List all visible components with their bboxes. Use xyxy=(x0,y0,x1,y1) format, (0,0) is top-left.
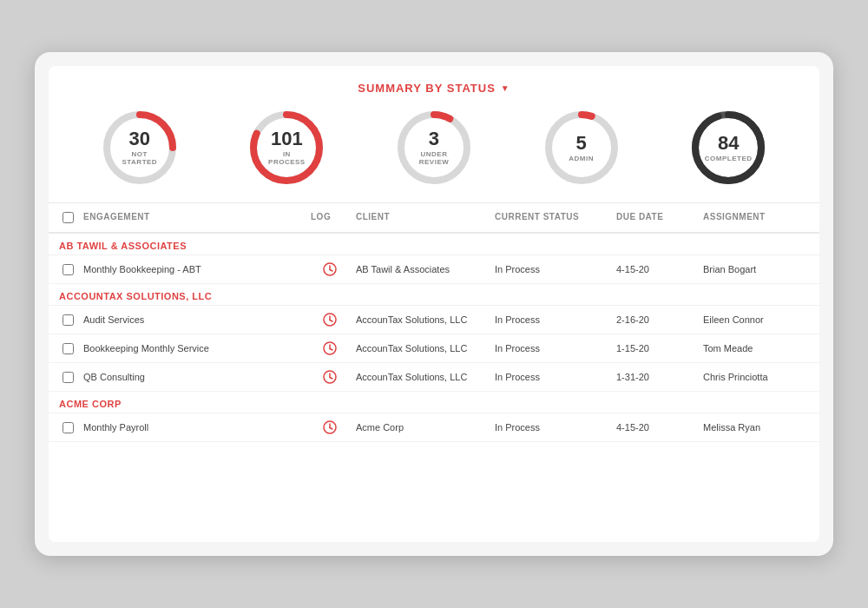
row-assignment: Chris Princiotta xyxy=(700,365,812,389)
clock-icon xyxy=(323,262,337,276)
gauge-wrap-under-review: 3 UNDERREVIEW xyxy=(395,109,473,187)
row-due-date: 2-16-20 xyxy=(613,307,700,332)
gauge-center-admin: 5 ADMIN xyxy=(569,134,594,162)
gauge-number-admin: 5 xyxy=(575,134,586,153)
row-log[interactable] xyxy=(307,306,352,334)
row-engagement: Bookkeeping Monthly Service xyxy=(80,336,307,360)
group-label: AB TAWIL & ASSOCIATES xyxy=(56,234,812,254)
th-client: CLIENT xyxy=(352,203,491,232)
gauge-wrap-in-process: 101 IN PROCESS xyxy=(247,109,326,187)
row-due-date: 1-15-20 xyxy=(613,336,700,360)
svg-line-15 xyxy=(330,321,332,322)
device-frame: SUMMARY BY STATUS ▼ 30 NOTSTARTED xyxy=(35,52,833,556)
gauge-number-in-process: 101 xyxy=(271,129,303,149)
th-log: LOG xyxy=(307,203,352,232)
row-client: AccounTax Solutions, LLC xyxy=(352,307,491,332)
row-log[interactable] xyxy=(307,363,352,391)
row-select-checkbox[interactable] xyxy=(62,343,74,354)
gauge-label-in-process: IN PROCESS xyxy=(267,150,306,166)
row-checkbox[interactable] xyxy=(56,257,80,282)
clock-icon xyxy=(323,341,337,355)
select-all-checkbox[interactable] xyxy=(62,212,74,223)
gauge-label-admin: ADMIN xyxy=(569,155,594,162)
table-row: QB Consulting AccounTax Solutions, LLC I… xyxy=(49,363,819,392)
clock-icon xyxy=(323,313,337,327)
row-client: AB Tawil & Associates xyxy=(352,257,491,281)
th-due-date: DUE DATE xyxy=(613,203,700,232)
svg-line-21 xyxy=(330,378,332,380)
row-assignment: Eileen Connor xyxy=(700,307,812,332)
row-client: AccounTax Solutions, LLC xyxy=(352,365,491,389)
gauge-label-not-started: NOTSTARTED xyxy=(122,150,157,166)
gauge-completed: 84 COMPLETED xyxy=(689,109,767,187)
gauge-not-started: 30 NOTSTARTED xyxy=(101,109,179,187)
table-row: Monthly Bookkeeping - ABT AB Tawil & Ass… xyxy=(49,255,819,284)
table-body: AB TAWIL & ASSOCIATES Monthly Bookkeepin… xyxy=(49,234,819,442)
gauges-row: 30 NOTSTARTED 101 IN PROCESS xyxy=(66,109,802,194)
row-checkbox[interactable] xyxy=(56,307,80,333)
row-due-date: 4-15-20 xyxy=(613,415,700,439)
row-checkbox[interactable] xyxy=(56,336,80,361)
gauge-wrap-admin: 5 ADMIN xyxy=(542,109,621,187)
main-card: SUMMARY BY STATUS ▼ 30 NOTSTARTED xyxy=(49,66,819,542)
row-engagement: Monthly Payroll xyxy=(80,415,307,439)
gauge-label-under-review: UNDERREVIEW xyxy=(419,150,450,166)
th-status: CURRENT STATUS xyxy=(491,203,613,232)
row-status: In Process xyxy=(491,365,613,389)
summary-section: SUMMARY BY STATUS ▼ 30 NOTSTARTED xyxy=(49,66,819,203)
table-header: ENGAGEMENT LOG CLIENT CURRENT STATUS DUE… xyxy=(49,203,819,234)
row-due-date: 1-31-20 xyxy=(613,365,700,389)
gauge-center-in-process: 101 IN PROCESS xyxy=(267,129,306,166)
table-row: Bookkeeping Monthly Service AccounTax So… xyxy=(49,334,819,363)
gauge-wrap-not-started: 30 NOTSTARTED xyxy=(101,109,179,187)
gauge-under-review: 3 UNDERREVIEW xyxy=(395,109,473,187)
gauge-admin: 5 ADMIN xyxy=(542,109,621,187)
row-assignment: Brian Bogart xyxy=(700,257,812,281)
row-status: In Process xyxy=(491,307,613,332)
gauge-number-not-started: 30 xyxy=(129,129,150,149)
group-row: ACCOUNTAX SOLUTIONS, LLC xyxy=(49,284,819,306)
svg-line-24 xyxy=(330,428,332,430)
gauge-center-not-started: 30 NOTSTARTED xyxy=(122,129,157,166)
row-client: Acme Corp xyxy=(352,415,491,439)
clock-icon xyxy=(323,370,337,384)
row-status: In Process xyxy=(491,257,613,281)
row-checkbox[interactable] xyxy=(56,365,80,390)
svg-line-12 xyxy=(330,270,332,272)
gauge-in-process: 101 IN PROCESS xyxy=(247,109,326,187)
row-engagement: QB Consulting xyxy=(80,365,307,389)
gauge-center-completed: 84 COMPLETED xyxy=(705,134,753,162)
th-checkbox xyxy=(56,203,80,232)
row-assignment: Tom Meade xyxy=(700,336,812,360)
row-status: In Process xyxy=(491,336,613,360)
table-section[interactable]: ENGAGEMENT LOG CLIENT CURRENT STATUS DUE… xyxy=(49,203,819,542)
clock-icon xyxy=(323,420,337,434)
group-row: AB TAWIL & ASSOCIATES xyxy=(49,234,819,255)
gauge-number-under-review: 3 xyxy=(429,129,439,149)
row-engagement: Monthly Bookkeeping - ABT xyxy=(80,257,307,281)
row-client: AccounTax Solutions, LLC xyxy=(352,336,491,360)
row-log[interactable] xyxy=(307,334,352,362)
row-due-date: 4-15-20 xyxy=(613,257,700,281)
group-row: ACME CORP xyxy=(49,392,819,413)
group-label: ACME CORP xyxy=(56,392,812,413)
table-row: Monthly Payroll Acme Corp In Process 4-1… xyxy=(49,413,819,442)
row-select-checkbox[interactable] xyxy=(62,372,74,383)
row-checkbox[interactable] xyxy=(56,415,80,440)
summary-title-text: SUMMARY BY STATUS xyxy=(358,82,496,95)
th-assignment: ASSIGNMENT xyxy=(700,203,812,232)
svg-line-18 xyxy=(330,349,332,351)
row-select-checkbox[interactable] xyxy=(62,264,74,275)
row-status: In Process xyxy=(491,415,613,439)
row-log[interactable] xyxy=(307,413,352,441)
th-engagement: ENGAGEMENT xyxy=(80,203,307,232)
row-select-checkbox[interactable] xyxy=(62,314,74,326)
row-select-checkbox[interactable] xyxy=(62,422,74,433)
row-assignment: Melissa Ryan xyxy=(700,415,812,439)
row-engagement: Audit Services xyxy=(80,307,307,332)
row-log[interactable] xyxy=(307,255,352,283)
gauge-number-completed: 84 xyxy=(718,134,739,153)
summary-title[interactable]: SUMMARY BY STATUS ▼ xyxy=(66,82,802,95)
table-row: Audit Services AccounTax Solutions, LLC … xyxy=(49,306,819,334)
gauge-center-under-review: 3 UNDERREVIEW xyxy=(419,129,450,166)
